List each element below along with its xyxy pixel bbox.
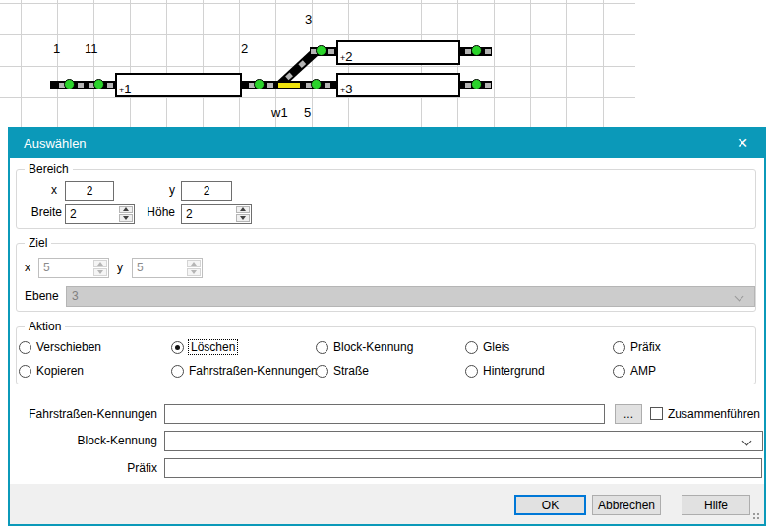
routes-input[interactable] — [164, 404, 605, 424]
occupancy-sensor-icon[interactable] — [471, 45, 482, 56]
radio-block-kennung[interactable]: Block-Kennung — [316, 340, 413, 354]
radio-label: Kopieren — [36, 364, 84, 378]
track-tie — [485, 83, 491, 88]
spin-down-button — [93, 268, 107, 276]
dialog-auswaehlen: Auswählen × Bereich x y Breite Höhe — [8, 127, 766, 526]
occupancy-sensor-icon[interactable] — [316, 45, 326, 56]
praefix-input[interactable] — [164, 458, 762, 478]
occupancy-sensor-icon[interactable] — [471, 79, 482, 89]
bereich-y-input[interactable] — [181, 181, 232, 201]
radio-button-icon — [613, 365, 625, 378]
track-segment[interactable] — [50, 81, 115, 89]
group-bereich-legend: Bereich — [25, 162, 73, 176]
routes-label: Fahrstraßen-Kennungen — [20, 407, 157, 422]
spin-buttons — [92, 259, 108, 277]
radio-fahrstrassen-kennungen[interactable]: Fahrstraßen-Kennungen — [171, 364, 318, 378]
block-1[interactable]: +1 — [115, 73, 242, 97]
ebene-label: Ebene — [25, 289, 59, 304]
app-window: +1 +2 +3 1 11 2 3 w1 5 Auswählen × Berei… — [0, 0, 771, 532]
track-segment[interactable] — [242, 81, 276, 89]
spin-up-button[interactable] — [119, 206, 133, 213]
arrow-up-icon — [123, 207, 129, 211]
radio-button-icon — [171, 341, 184, 354]
radio-kopieren[interactable]: Kopieren — [19, 364, 84, 378]
spin-up-button — [93, 260, 107, 267]
track-segment[interactable] — [460, 47, 492, 56]
merge-checkbox[interactable] — [650, 407, 663, 420]
track-tie — [78, 83, 84, 88]
spin-down-button[interactable] — [236, 214, 250, 222]
merge-label: Zusammenführen — [668, 407, 760, 422]
radio-button-icon — [613, 341, 625, 354]
group-aktion-legend: Aktion — [25, 320, 65, 333]
occupancy-sensor-icon[interactable] — [64, 79, 75, 89]
radio-button-icon — [465, 341, 478, 354]
cancel-button[interactable]: Abbrechen — [592, 495, 661, 515]
track-plan-grid — [0, 0, 635, 128]
spin-up-button — [187, 260, 201, 267]
track-segment[interactable] — [460, 81, 492, 89]
radio-praefix[interactable]: Präfix — [613, 340, 661, 354]
ok-button[interactable]: OK — [514, 495, 586, 515]
block-label: +3 — [340, 83, 353, 95]
radio-hintergrund[interactable]: Hintergrund — [465, 364, 545, 378]
hoehe-input[interactable] — [182, 205, 235, 223]
radio-loeschen[interactable]: Löschen — [171, 340, 237, 354]
radio-strasse[interactable]: Straße — [316, 364, 369, 378]
browse-button[interactable]: ... — [615, 404, 642, 424]
occupancy-sensor-icon[interactable] — [93, 79, 104, 89]
hoehe-stepper[interactable] — [181, 204, 252, 224]
ebene-select: 3 — [66, 286, 755, 307]
radio-label: Fahrstraßen-Kennungen — [189, 364, 318, 378]
track-tie — [485, 49, 491, 54]
block-2[interactable]: +2 — [336, 40, 460, 65]
spin-buttons — [186, 259, 202, 277]
breite-input[interactable] — [66, 205, 118, 223]
block-3[interactable]: +3 — [336, 73, 460, 97]
ebene-value: 3 — [72, 289, 79, 303]
bereich-x-input[interactable] — [65, 181, 114, 201]
radio-label: Straße — [333, 364, 369, 378]
track-segment[interactable] — [310, 47, 336, 56]
spin-down-button — [187, 268, 201, 276]
resize-grip[interactable] — [753, 513, 761, 521]
block-kennung-select[interactable] — [164, 431, 763, 451]
dialog-titlebar[interactable]: Auswählen × — [10, 129, 764, 158]
occupancy-sensor-icon[interactable] — [254, 79, 265, 89]
radio-gleis[interactable]: Gleis — [465, 340, 509, 354]
group-ziel-legend: Ziel — [25, 236, 51, 250]
breite-stepper[interactable] — [65, 204, 135, 224]
track-tie — [267, 83, 273, 88]
close-icon[interactable]: × — [721, 129, 764, 158]
spin-up-button[interactable] — [236, 206, 250, 213]
group-ziel: Ziel x 5 y 5 Ebene 3 — [16, 243, 756, 312]
arrow-down-icon — [191, 270, 197, 274]
radio-label: Löschen — [189, 340, 237, 354]
bereich-x-label: x — [46, 183, 62, 198]
radio-verschieben[interactable]: Verschieben — [19, 340, 101, 354]
radio-label: AMP — [630, 364, 656, 378]
hoehe-label: Höhe — [143, 206, 175, 220]
ziel-x-label: x — [25, 261, 30, 275]
radio-button-icon — [19, 365, 31, 378]
turnout-w1[interactable] — [276, 81, 303, 89]
sensor-label-5: 5 — [304, 105, 311, 120]
radio-label: Block-Kennung — [333, 340, 413, 354]
praefix-label: Präfix — [20, 461, 157, 476]
spin-buttons — [235, 205, 251, 223]
track-segment[interactable] — [303, 81, 336, 89]
radio-amp[interactable]: AMP — [613, 364, 656, 378]
spin-down-button[interactable] — [119, 214, 133, 222]
help-button[interactable]: Hilfe — [682, 495, 750, 515]
radio-button-icon — [465, 365, 478, 378]
ziel-y-stepper: 5 — [132, 258, 203, 278]
radio-label: Präfix — [630, 340, 661, 354]
ziel-y-label: y — [117, 261, 123, 275]
radio-button-icon — [171, 365, 184, 378]
breite-label: Breite — [22, 206, 62, 220]
occupancy-sensor-icon[interactable] — [311, 79, 322, 89]
track-tie — [325, 83, 330, 88]
group-bereich: Bereich x y Breite Höhe — [16, 169, 756, 229]
track-tie — [285, 72, 293, 80]
bereich-y-label: y — [164, 183, 180, 198]
